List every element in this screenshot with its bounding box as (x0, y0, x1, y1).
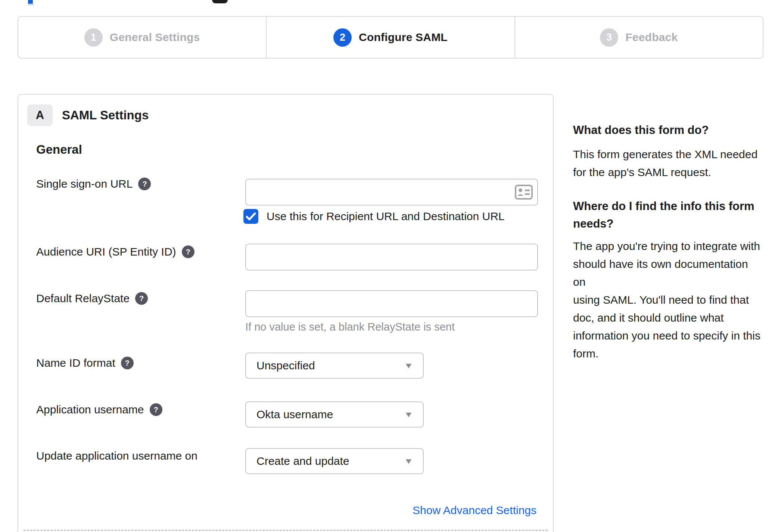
update-username-value: Create and update (256, 455, 349, 467)
group-title-general: General (36, 143, 82, 157)
sidebar-heading-what: What does this form do? (573, 123, 761, 138)
contact-card-icon[interactable] (515, 185, 533, 200)
step-label: General Settings (110, 31, 200, 44)
recipient-url-checkbox-label: Use this for Recipient URL and Destinati… (267, 209, 505, 224)
help-icon[interactable]: ? (121, 357, 134, 369)
update-username-select[interactable]: Create and update ▼ (245, 448, 424, 474)
application-username-value: Okta username (256, 408, 333, 421)
relaystate-hint: If no value is set, a blank RelayState i… (245, 321, 455, 333)
show-advanced-settings-link[interactable]: Show Advanced Settings (413, 503, 536, 518)
cutoff-blue-fragment (28, 0, 33, 4)
application-username-label-text: Application username (36, 402, 144, 417)
step-general-settings[interactable]: 1 General Settings (18, 17, 266, 58)
help-sidebar: What does this form do? This form genera… (573, 123, 761, 363)
update-username-label-text: Update application username on (36, 448, 197, 463)
default-relaystate-label-text: Default RelayState (36, 291, 130, 306)
help-icon[interactable]: ? (182, 245, 195, 258)
step-label: Configure SAML (359, 31, 448, 44)
step-configure-saml[interactable]: 2 Configure SAML (266, 17, 514, 58)
help-icon[interactable]: ? (135, 292, 148, 305)
step-number-badge: 2 (333, 28, 352, 47)
sidebar-paragraph-where: The app you're trying to integrate with … (573, 237, 761, 363)
name-id-format-label-text: Name ID format (36, 356, 115, 370)
audience-uri-input[interactable] (245, 244, 538, 270)
help-icon[interactable]: ? (150, 403, 162, 416)
step-feedback[interactable]: 3 Feedback (514, 17, 763, 58)
cutoff-dark-logo-fragment (212, 0, 228, 3)
section-dashed-divider (24, 530, 548, 531)
sidebar-paragraph-what: This form generates the XML needed for t… (573, 145, 761, 181)
wizard-stepper: 1 General Settings 2 Configure SAML 3 Fe… (18, 16, 763, 59)
sso-url-input[interactable] (245, 179, 538, 206)
step-label: Feedback (625, 31, 678, 44)
recipient-url-checkbox[interactable] (243, 209, 258, 224)
application-username-label: Application username ? (36, 402, 162, 417)
cutoff-blue-fragment-faint (28, 4, 34, 6)
audience-uri-label-text: Audience URI (SP Entity ID) (36, 244, 176, 259)
chevron-down-icon: ▼ (404, 361, 414, 370)
chevron-down-icon: ▼ (404, 457, 414, 466)
section-letter-badge: A (27, 104, 53, 126)
name-id-format-label: Name ID format ? (36, 356, 134, 370)
checkmark-icon (246, 212, 256, 220)
audience-uri-label: Audience URI (SP Entity ID) ? (36, 244, 195, 259)
sso-url-label-text: Single sign-on URL (36, 176, 133, 191)
application-username-select[interactable]: Okta username ▼ (245, 401, 424, 428)
sso-url-label: Single sign-on URL ? (36, 176, 151, 191)
chevron-down-icon: ▼ (404, 410, 414, 419)
help-icon[interactable]: ? (138, 178, 151, 190)
name-id-format-select[interactable]: Unspecified ▼ (245, 353, 424, 379)
default-relaystate-input[interactable] (245, 290, 538, 317)
sidebar-heading-where: Where do I find the info this form needs… (573, 197, 761, 232)
step-number-badge: 1 (84, 28, 103, 47)
saml-settings-panel: A SAML Settings General Single sign-on U… (18, 94, 554, 532)
panel-title: SAML Settings (62, 104, 149, 126)
update-username-label: Update application username on (36, 448, 197, 463)
step-number-badge: 3 (600, 28, 618, 47)
default-relaystate-label: Default RelayState ? (36, 291, 148, 306)
name-id-format-value: Unspecified (256, 359, 315, 372)
